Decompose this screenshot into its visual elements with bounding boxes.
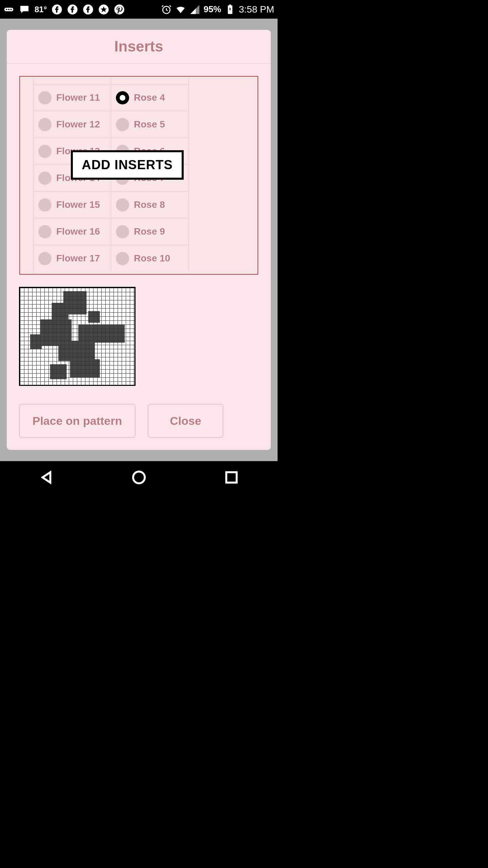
status-bar: 81° 95% 3:58 PM [0,0,278,19]
battery-charging-icon [225,4,236,15]
option-label: Flower 15 [56,199,100,210]
back-button[interactable] [39,470,54,485]
svg-point-1 [6,9,7,10]
option-flower-11[interactable]: Flower 11 [34,84,111,111]
button-label: Place on pattern [33,414,122,428]
option-rose-8[interactable]: Rose 8 [111,191,189,218]
radio-icon [38,145,52,158]
dialog-button-row: Place on pattern Close [19,394,259,438]
android-nav-bar [0,461,278,494]
radio-icon [38,91,52,104]
alarm-icon [161,4,172,15]
option-label: Flower 11 [56,92,100,103]
rose-pattern-icon [20,288,135,385]
radio-icon [116,252,129,265]
add-inserts-overlay: ADD INSERTS [71,150,184,180]
more-icon [3,4,14,15]
radio-icon [38,252,52,265]
clock: 3:58 PM [239,4,274,15]
radio-icon [38,118,52,131]
svg-rect-22 [226,472,237,483]
cell-signal-icon [189,4,200,15]
dialog-backdrop: Inserts Flower 11 Flower 12 Flower 13 Fl… [0,19,278,461]
option-label: Rose 4 [134,92,165,103]
facebook-icon [67,4,78,15]
svg-rect-13 [52,303,68,321]
radio-icon [38,225,52,238]
svg-point-21 [133,472,145,484]
radio-icon [116,198,129,212]
svg-rect-11 [229,4,231,5]
option-rose-10[interactable]: Rose 10 [111,245,189,272]
option-rose-9[interactable]: Rose 9 [111,218,189,245]
pattern-preview [19,287,136,386]
svg-rect-17 [70,359,100,378]
radio-icon [116,225,129,238]
radio-icon [38,172,52,185]
button-label: Close [170,414,201,428]
option-flower-17[interactable]: Flower 17 [34,245,111,272]
list-item-partial [34,77,111,84]
close-button[interactable]: Close [148,404,223,438]
option-label: Rose 5 [134,119,165,130]
messages-icon [19,4,30,15]
svg-rect-15 [78,324,125,343]
wifi-icon [175,4,186,15]
dialog-header: Inserts [7,30,271,64]
temperature: 81° [35,5,47,14]
list-spacer [20,77,34,274]
option-label: Rose 10 [134,253,170,264]
option-label: Flower 17 [56,253,100,264]
radio-selected-icon [116,91,129,104]
radio-icon [38,198,52,212]
inserts-dialog: Inserts Flower 11 Flower 12 Flower 13 Fl… [7,30,271,450]
star-badge-icon [98,4,109,15]
recents-button[interactable] [224,470,239,485]
pinterest-icon [114,4,125,15]
svg-rect-16 [58,341,95,361]
option-flower-12[interactable]: Flower 12 [34,111,111,138]
battery-percent: 95% [204,4,221,15]
list-item-partial [111,77,189,84]
option-label: Flower 12 [56,119,100,130]
radio-icon [116,118,129,131]
option-rose-4[interactable]: Rose 4 [111,84,189,111]
facebook-icon [52,4,62,15]
option-label: Rose 9 [134,226,165,237]
option-label: Rose 8 [134,199,165,210]
svg-rect-19 [30,334,42,349]
option-flower-16[interactable]: Flower 16 [34,218,111,245]
svg-rect-18 [50,364,67,379]
facebook-icon [83,4,94,15]
dialog-title: Inserts [114,38,163,55]
option-label: Flower 16 [56,226,100,237]
svg-rect-20 [88,311,100,323]
place-on-pattern-button[interactable]: Place on pattern [19,404,136,438]
svg-point-3 [11,9,12,10]
home-button[interactable] [131,470,147,485]
list-empty-area [189,77,258,274]
option-flower-15[interactable]: Flower 15 [34,191,111,218]
overlay-label: ADD INSERTS [82,158,173,172]
svg-point-2 [8,9,9,10]
option-rose-5[interactable]: Rose 5 [111,111,189,138]
